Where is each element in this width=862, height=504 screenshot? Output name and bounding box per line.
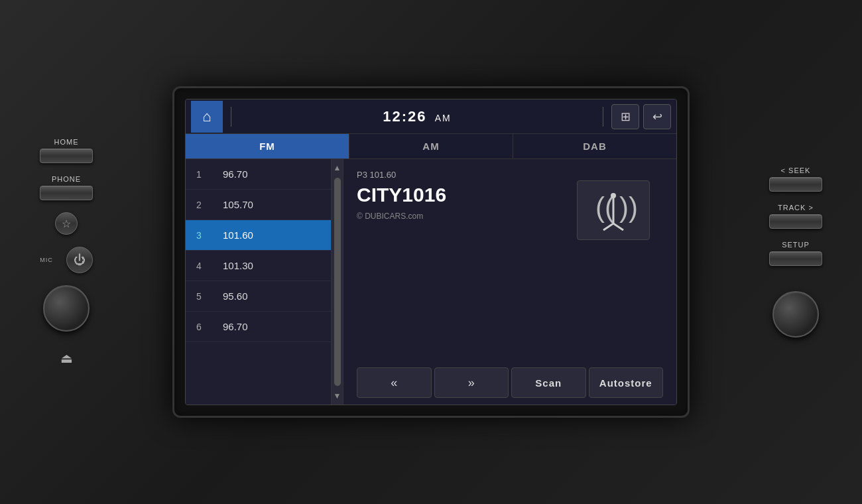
power-icon: ⏻ [74, 253, 86, 267]
grid-button[interactable]: ⊞ [611, 104, 639, 129]
track-group: TRACK > [769, 204, 822, 229]
left-controls: HOME PHONE ☆ MIC ⏻ ⏏ [40, 138, 93, 366]
station-item-4[interactable]: 4 101.30 [186, 251, 331, 281]
screen-bezel: ⌂ 12:26 AM ⊞ ↩ [172, 86, 690, 418]
favorite-button[interactable]: ☆ [55, 212, 78, 235]
setup-label: SETUP [782, 241, 810, 249]
seek-group: < SEEK [769, 166, 822, 192]
station-freq-3: 101.60 [223, 229, 253, 241]
station-item-2[interactable]: 2 105.70 [186, 190, 331, 220]
screen: ⌂ 12:26 AM ⊞ ↩ [185, 99, 677, 405]
autostore-button[interactable]: Autostore [589, 367, 664, 398]
eject-button[interactable]: ⏏ [60, 350, 73, 366]
tab-dab[interactable]: DAB [513, 134, 676, 158]
station-freq-4: 101.30 [223, 260, 253, 271]
setup-button[interactable] [769, 251, 822, 266]
car-unit: HOME PHONE ☆ MIC ⏻ ⏏ ⌂ [0, 0, 862, 504]
phone-group: PHONE [40, 175, 93, 200]
autostore-label: Autostore [599, 377, 652, 389]
scroll-bar: ▲ ▼ [332, 159, 343, 405]
station-freq-5: 95.60 [223, 290, 248, 302]
station-num-6: 6 [196, 322, 210, 332]
station-item-6[interactable]: 6 96.70 [186, 312, 331, 342]
time-display: 12:26 AM [239, 108, 595, 125]
station-num-1: 1 [196, 169, 210, 180]
home-label: HOME [54, 138, 79, 146]
home-group: HOME [40, 138, 93, 163]
scan-label: Scan [535, 377, 562, 389]
station-sub: P3 101.60 [357, 170, 663, 180]
station-num-3: 3 [196, 230, 210, 241]
tab-bar: FM AM DAB [186, 134, 676, 159]
star-icon: ☆ [62, 218, 71, 230]
rewind-icon: « [391, 376, 397, 390]
scroll-down[interactable]: ▼ [332, 390, 343, 402]
header-divider2 [603, 107, 603, 127]
station-num-5: 5 [196, 291, 210, 302]
antenna-icon: (( )) [590, 187, 637, 233]
station-item-3[interactable]: 3 101.60 [186, 220, 331, 251]
scroll-up[interactable]: ▲ [332, 162, 343, 174]
header-right: ⊞ ↩ [611, 104, 671, 129]
home-screen-button[interactable]: ⌂ [191, 101, 223, 133]
forward-button[interactable]: » [434, 367, 509, 398]
rewind-button[interactable]: « [357, 367, 432, 398]
header-divider [231, 107, 231, 127]
svg-line-3 [613, 223, 623, 230]
svg-line-2 [603, 223, 613, 230]
tab-fm[interactable]: FM [186, 134, 349, 158]
station-num-4: 4 [196, 261, 210, 271]
phone-button[interactable] [40, 186, 93, 200]
antenna-icon-box: (( )) [577, 180, 650, 240]
volume-knob[interactable] [43, 285, 90, 332]
setup-group: SETUP [769, 241, 822, 266]
station-item-1[interactable]: 1 96.70 [186, 159, 331, 190]
main-content: 1 96.70 2 105.70 3 101.60 4 101.30 [186, 159, 676, 405]
svg-text:)): )) [619, 192, 637, 223]
right-controls: < SEEK TRACK > SETUP [769, 166, 822, 338]
back-icon: ↩ [652, 109, 662, 124]
tab-am-label: AM [422, 141, 439, 152]
forward-icon: » [468, 376, 475, 390]
info-panel: P3 101.60 CITY1016 © DUBICARS.com (( [343, 159, 676, 405]
home-button[interactable] [40, 149, 93, 163]
track-label: TRACK > [778, 204, 814, 212]
home-screen-icon: ⌂ [202, 108, 211, 125]
station-freq-1: 96.70 [223, 168, 248, 180]
tab-am[interactable]: AM [349, 134, 513, 158]
grid-icon: ⊞ [621, 109, 631, 124]
station-num-2: 2 [196, 200, 210, 210]
phone-label: PHONE [52, 175, 81, 183]
station-item-5[interactable]: 5 95.60 [186, 281, 331, 312]
back-button[interactable]: ↩ [643, 104, 671, 129]
tuner-knob[interactable] [772, 291, 819, 338]
mic-power-row: MIC ⏻ [40, 247, 93, 273]
seek-label: < SEEK [781, 166, 811, 174]
svg-point-4 [611, 193, 616, 198]
eject-icon: ⏏ [60, 351, 73, 365]
station-freq-2: 105.70 [223, 199, 253, 210]
tab-dab-label: DAB [583, 141, 607, 152]
seek-button[interactable] [769, 177, 822, 192]
scroll-thumb [334, 178, 341, 386]
track-button[interactable] [769, 214, 822, 229]
power-button[interactable]: ⏻ [66, 247, 93, 273]
tab-fm-label: FM [259, 141, 275, 152]
header-bar: ⌂ 12:26 AM ⊞ ↩ [186, 99, 676, 134]
mic-label: MIC [40, 257, 53, 263]
time-value: 12:26 [383, 108, 426, 125]
station-list: 1 96.70 2 105.70 3 101.60 4 101.30 [186, 159, 332, 405]
station-freq-6: 96.70 [223, 321, 248, 332]
bottom-controls: « » Scan Autostore [357, 362, 663, 405]
time-period: AM [435, 113, 452, 123]
info-panel-inner: P3 101.60 CITY1016 © DUBICARS.com (( [357, 170, 663, 405]
scan-button[interactable]: Scan [511, 367, 586, 398]
